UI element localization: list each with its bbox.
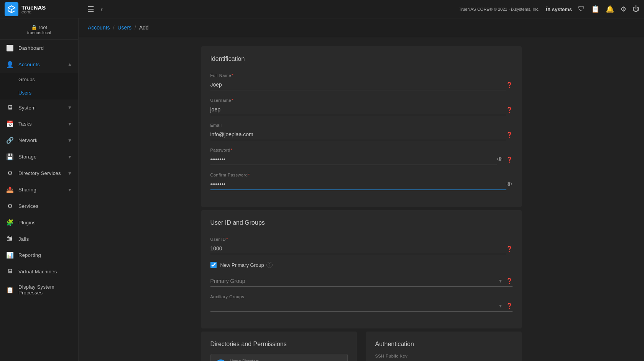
- sidebar-username: root: [39, 25, 47, 30]
- sidebar-item-label-reporting: Reporting: [18, 252, 72, 258]
- sidebar-item-system[interactable]: 🖥 System ▼: [0, 100, 78, 116]
- sidebar-item-label-network: Network: [18, 137, 63, 143]
- sidebar-item-sharing[interactable]: 📤 Sharing ▼: [0, 181, 78, 198]
- email-field: Email ❓: [210, 123, 513, 140]
- bell-icon[interactable]: 🔔: [606, 5, 614, 13]
- primary-group-help-icon[interactable]: ❓: [506, 278, 513, 284]
- topbar-right: TrueNAS CORE® © 2021 - iXsystems, Inc. i…: [454, 5, 639, 13]
- accounts-icon: 👤: [6, 61, 14, 68]
- sidebar-item-storage[interactable]: 💾 Storage ▼: [0, 149, 78, 165]
- storage-icon: 💾: [6, 153, 14, 160]
- sidebar-item-label-plugins: Plugins: [18, 220, 72, 225]
- sidebar-item-accounts[interactable]: 👤 Accounts ▼: [0, 56, 78, 73]
- sidebar-item-jails[interactable]: 🏛 Jails: [0, 231, 78, 247]
- main-content: Accounts / Users / Add Identification Fu…: [79, 18, 644, 361]
- sidebar-item-label-accounts: Accounts: [18, 62, 63, 67]
- primary-group-select-wrapper: Primary Group ▼ ❓: [210, 276, 513, 287]
- email-input-wrapper: ❓: [210, 129, 513, 140]
- sidebar-item-display-system-processes[interactable]: 📋 Display System Processes: [0, 279, 78, 300]
- settings-icon[interactable]: ⚙: [620, 5, 626, 13]
- sidebar-item-label-display-system-processes: Display System Processes: [18, 284, 72, 296]
- sidebar-item-users[interactable]: Users: [0, 86, 78, 100]
- network-icon: 🔗: [6, 137, 14, 144]
- email-input[interactable]: [210, 129, 506, 140]
- home-dir-label: Home Directory: [230, 359, 332, 361]
- shield-icon[interactable]: 🛡: [578, 5, 585, 13]
- sidebar-item-virtual-machines[interactable]: 🖥 Virtual Machines: [0, 263, 78, 279]
- fullname-label: Full Name*: [210, 73, 513, 78]
- sidebar-user: 🔒 root truenas.local: [0, 18, 78, 40]
- power-icon[interactable]: ⏻: [632, 5, 639, 13]
- username-input[interactable]: [210, 104, 506, 115]
- directory-services-arrow-icon: ▼: [67, 171, 72, 176]
- sidebar-item-label-tasks: Tasks: [18, 121, 63, 127]
- auxiliary-groups-arrow-icon: ▼: [498, 303, 503, 309]
- authentication-section: Authentication SSH Public Key ✏ ❓: [366, 332, 522, 361]
- breadcrumb-users[interactable]: Users: [117, 25, 131, 31]
- sidebar-item-tasks[interactable]: 📅 Tasks ▼: [0, 116, 78, 132]
- sidebar-item-services[interactable]: ⚙ Services: [0, 198, 78, 214]
- sidebar-item-reporting[interactable]: 📊 Reporting: [0, 247, 78, 263]
- sidebar-item-network[interactable]: 🔗 Network ▼: [0, 132, 78, 149]
- logo-core: CORE: [21, 11, 46, 14]
- userid-groups-title: User ID and Groups: [210, 219, 513, 229]
- logo-truenas: TrueNAS: [21, 4, 46, 11]
- confirm-password-input[interactable]: [210, 179, 506, 190]
- back-icon[interactable]: ‹: [100, 5, 103, 13]
- home-dir-add-button[interactable]: +: [215, 359, 226, 361]
- breadcrumb-sep1: /: [113, 25, 115, 31]
- confirm-password-visibility-icon[interactable]: 👁: [506, 181, 513, 188]
- display-system-processes-icon: 📋: [6, 286, 14, 294]
- userid-field: User ID* ❓: [210, 237, 513, 254]
- tasks-arrow-icon: ▼: [67, 121, 72, 127]
- userid-required: *: [226, 237, 228, 242]
- username-help-icon[interactable]: ❓: [506, 107, 513, 113]
- auxiliary-groups-select-wrapper: ▼ ❓: [210, 301, 513, 312]
- logo-icon: [5, 2, 18, 16]
- logo-text-wrapper: TrueNAS CORE: [21, 4, 46, 14]
- new-primary-group-label: New Primary Group ?: [220, 262, 273, 268]
- password-input-wrapper: 👁 ❓: [210, 154, 513, 165]
- auxiliary-groups-select[interactable]: [210, 303, 498, 309]
- fullname-help-icon[interactable]: ❓: [506, 82, 513, 88]
- clipboard-icon[interactable]: 📋: [591, 5, 600, 13]
- logo: TrueNAS CORE: [5, 2, 81, 16]
- username-field: Username* ❓: [210, 98, 513, 115]
- sidebar-hostname: truenas.local: [27, 30, 51, 35]
- services-icon: ⚙: [6, 203, 14, 210]
- primary-group-select[interactable]: Primary Group: [210, 278, 498, 284]
- fullname-input[interactable]: [210, 79, 506, 90]
- new-primary-group-help-icon[interactable]: ?: [266, 262, 273, 268]
- confirm-password-icons: 👁: [506, 181, 513, 188]
- sidebar-item-directory-services[interactable]: ⚙ Directory Services ▼: [0, 165, 78, 181]
- sidebar-item-label-virtual-machines: Virtual Machines: [18, 269, 72, 274]
- userid-help-icon[interactable]: ❓: [506, 246, 513, 252]
- email-help-icon[interactable]: ❓: [506, 132, 513, 138]
- password-visibility-icon[interactable]: 👁: [497, 156, 503, 163]
- new-primary-group-checkbox[interactable]: [210, 262, 217, 268]
- password-help-icon[interactable]: ❓: [506, 157, 513, 163]
- form-container: Identification Full Name* ❓ Username*: [189, 37, 534, 361]
- sidebar-item-groups[interactable]: Groups: [0, 73, 78, 86]
- reporting-icon: 📊: [6, 252, 14, 259]
- directories-column: Directories and Permissions + Home Direc…: [201, 332, 357, 361]
- password-input[interactable]: [210, 154, 497, 165]
- breadcrumb-accounts[interactable]: Accounts: [88, 25, 110, 31]
- sidebar-item-label-storage: Storage: [18, 154, 63, 160]
- sidebar-item-plugins[interactable]: 🧩 Plugins: [0, 214, 78, 231]
- home-dir-content: Home Directory: [230, 359, 332, 361]
- directories-title: Directories and Permissions: [210, 341, 348, 348]
- sidebar-item-label-system: System: [18, 105, 63, 111]
- userid-input[interactable]: [210, 243, 506, 254]
- confirm-password-input-wrapper: 👁: [210, 179, 513, 190]
- menu-icon[interactable]: ☰: [87, 5, 94, 14]
- fullname-input-wrapper: ❓: [210, 79, 513, 90]
- username-required: *: [232, 98, 233, 103]
- sharing-icon: 📤: [6, 186, 14, 193]
- password-required: *: [231, 148, 233, 152]
- sidebar-item-label-directory-services: Directory Services: [18, 170, 63, 176]
- password-label: Password*: [210, 148, 513, 152]
- ssh-public-key-label: SSH Public Key: [375, 354, 513, 358]
- auxiliary-groups-help-icon[interactable]: ❓: [506, 303, 513, 309]
- sidebar-item-dashboard[interactable]: ⬜ Dashboard: [0, 40, 78, 56]
